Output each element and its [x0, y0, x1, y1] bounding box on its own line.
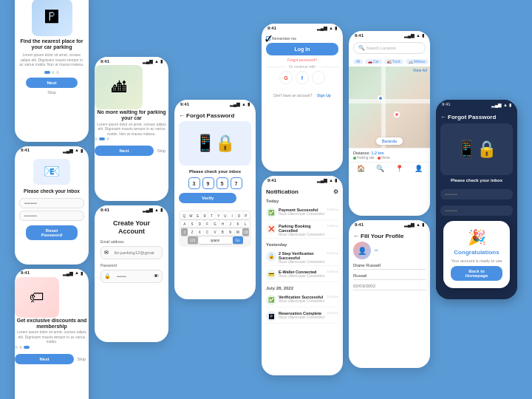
- back-arrow-icon[interactable]: ←: [179, 112, 185, 119]
- reset-button[interactable]: Reset Password: [26, 225, 78, 240]
- skip-button-3[interactable]: Skip: [77, 357, 86, 361]
- key-a[interactable]: A: [181, 220, 188, 228]
- filter-all[interactable]: All: [353, 59, 363, 64]
- remember-checkbox[interactable]: ✓: [266, 36, 270, 41]
- nav-search-icon[interactable]: 🔍: [376, 165, 384, 172]
- surname-input[interactable]: [353, 272, 426, 280]
- otp-box-4[interactable]: 7: [231, 177, 242, 189]
- edit-photo-button[interactable]: ✏: [375, 248, 378, 253]
- key-l[interactable]: L: [242, 220, 249, 228]
- verify-button[interactable]: Verify: [179, 193, 236, 203]
- notif-item-payment[interactable]: ✅ Payment Successful Risus Ullamcorper C…: [266, 206, 338, 220]
- map-location-tag: Baranda: [376, 137, 403, 145]
- rp-content: 📧 Please check your inbox Reset Password: [15, 154, 89, 245]
- otp-box-1[interactable]: 3: [188, 177, 200, 189]
- next-button-2[interactable]: Next: [95, 146, 154, 156]
- email-input[interactable]: [110, 248, 159, 257]
- notif-verify2-sub: Risus Ullamcorper Consectetur: [279, 260, 324, 264]
- key-n[interactable]: N: [227, 228, 233, 236]
- key-i[interactable]: I: [229, 212, 235, 219]
- key-t[interactable]: T: [208, 212, 214, 219]
- map-marker-2[interactable]: [394, 112, 400, 117]
- key-w[interactable]: W: [188, 212, 194, 219]
- password-field-2[interactable]: [19, 211, 84, 221]
- key-space[interactable]: space: [199, 236, 232, 244]
- login-button[interactable]: Log In: [266, 43, 338, 55]
- fp2-back-icon[interactable]: ←: [440, 114, 446, 120]
- onboard2-content: 🏙 No more waiting for parking your car L…: [95, 65, 168, 156]
- skip-button-2[interactable]: Skip: [157, 149, 166, 153]
- key-q[interactable]: Q: [181, 212, 187, 219]
- notif-item-reservation[interactable]: 🅿 Reservation Complete Risus Ullamcorper…: [266, 310, 338, 324]
- notif-item-cancelled[interactable]: ❌ Parking Booking Cancelled Risus Ullamc…: [266, 222, 338, 239]
- profile-avatar[interactable]: 👤: [353, 242, 371, 259]
- notif-item-verify2[interactable]: 🔒 2 Step Verification Successful Risus U…: [266, 250, 338, 266]
- key-r[interactable]: R: [202, 212, 208, 219]
- nav-map-icon[interactable]: 📍: [395, 165, 403, 172]
- dob-input[interactable]: [353, 282, 426, 290]
- key-s[interactable]: S: [188, 220, 195, 228]
- notif-header: Notification ⚙: [266, 188, 338, 195]
- otp-box-2[interactable]: 9: [202, 177, 214, 189]
- column-3: 9:41 ▂▄▆ ▲ ▮ ← Forgot Password 📱🔒 Please…: [174, 100, 256, 299]
- filter-car[interactable]: 🚗 Car: [365, 59, 382, 64]
- facebook-login-button[interactable]: f: [296, 71, 309, 84]
- key-shift[interactable]: ⇧: [181, 228, 188, 236]
- key-o[interactable]: O: [236, 212, 242, 219]
- filter-truck[interactable]: 🚛 Truck: [384, 59, 403, 64]
- eye-icon[interactable]: 👁: [154, 273, 159, 279]
- wifi-ca: ▲: [154, 208, 159, 212]
- apple-login-button[interactable]: [312, 71, 325, 84]
- next-button-3[interactable]: Next: [15, 354, 74, 364]
- otp-box-3[interactable]: 5: [216, 177, 228, 189]
- skip-button-1[interactable]: Skip: [47, 90, 56, 95]
- key-h[interactable]: H: [219, 220, 226, 228]
- onboard1-content: 🅿 Find the nearest place for your car pa…: [15, 0, 89, 99]
- back-homepage-button[interactable]: Back to Homepage: [451, 266, 502, 281]
- key-j[interactable]: J: [227, 220, 233, 228]
- key-c[interactable]: C: [204, 228, 211, 236]
- map-marker-1[interactable]: [378, 95, 383, 101]
- key-g[interactable]: G: [211, 220, 218, 228]
- key-v[interactable]: V: [211, 228, 218, 236]
- sign-up-link[interactable]: Sign Up: [317, 93, 331, 98]
- filter-minibus[interactable]: 🚐 Minibus: [406, 59, 429, 64]
- notif-settings-icon[interactable]: ⚙: [333, 188, 338, 195]
- search-box[interactable]: 🔍 Search Location: [353, 42, 426, 54]
- key-k[interactable]: K: [234, 220, 241, 228]
- key-delete[interactable]: ⌫: [242, 228, 249, 236]
- forgot-password-link[interactable]: Forgot password?: [287, 58, 317, 62]
- next-button-1[interactable]: Next: [26, 78, 78, 88]
- key-u[interactable]: U: [222, 212, 228, 219]
- key-p[interactable]: P: [243, 212, 249, 219]
- key-e[interactable]: E: [195, 212, 201, 219]
- key-b[interactable]: B: [219, 228, 226, 236]
- notif-reservation-time: 10:30am: [327, 311, 338, 315]
- notif-item-verif[interactable]: ✅ Verification Successful Risus Ullamcor…: [266, 293, 338, 307]
- password-field-1[interactable]: [19, 198, 84, 208]
- key-z[interactable]: Z: [188, 228, 195, 236]
- nav-home-icon[interactable]: 🏠: [357, 165, 365, 172]
- profile-back-icon[interactable]: ←: [353, 233, 359, 239]
- time-ob3: 9:41: [21, 270, 30, 275]
- key-m[interactable]: M: [234, 228, 241, 236]
- password-input[interactable]: [112, 272, 152, 281]
- name-input[interactable]: [353, 262, 426, 270]
- nav-profile-icon[interactable]: 👤: [415, 165, 423, 172]
- onboard3-content: 🏷 Get exclusive discounts and membership…: [15, 277, 89, 364]
- view-all-button[interactable]: View All: [413, 68, 427, 72]
- key-x[interactable]: X: [197, 228, 203, 236]
- key-go[interactable]: Go: [233, 236, 243, 244]
- notif-verify2-title: 2 Step Verification Successful: [279, 251, 324, 260]
- fp2-password2[interactable]: [440, 205, 513, 216]
- key-123[interactable]: 123: [188, 236, 198, 244]
- key-d[interactable]: D: [197, 220, 203, 228]
- key-f[interactable]: F: [204, 220, 211, 228]
- notif-item-ewallet[interactable]: 💳 E-Wallet Connected Risus Ullamcorper C…: [266, 268, 338, 282]
- key-y[interactable]: Y: [216, 212, 222, 219]
- notif-verify2-text: 2 Step Verification Successful Risus Ull…: [279, 251, 324, 264]
- battery-login: ▮: [335, 25, 337, 30]
- fp2-password1[interactable]: [440, 189, 513, 200]
- notif-verif-time: 10:30am: [327, 295, 338, 299]
- google-login-button[interactable]: G: [279, 71, 293, 84]
